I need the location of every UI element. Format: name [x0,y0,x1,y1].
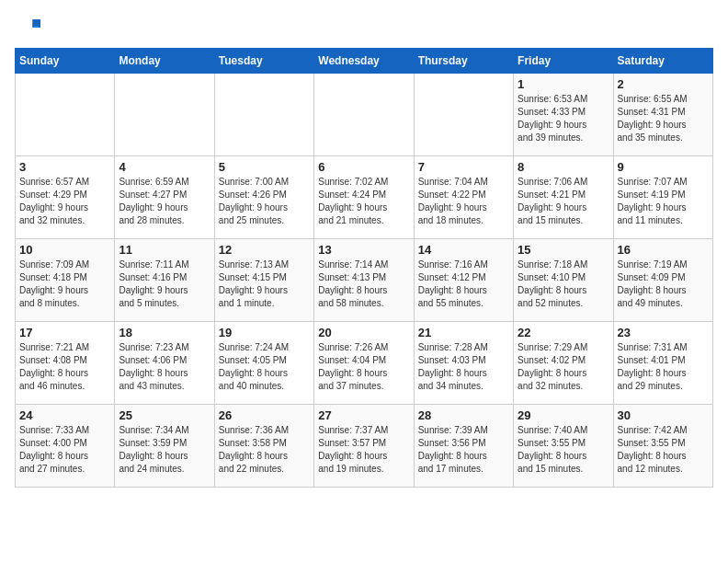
day-info: Sunrise: 6:53 AMSunset: 4:33 PMDaylight:… [518,93,609,144]
day-info: Sunrise: 7:39 AMSunset: 3:56 PMDaylight:… [418,424,509,476]
day-info: Sunrise: 7:37 AMSunset: 3:57 PMDaylight:… [318,424,409,476]
day-info: Sunrise: 7:04 AMSunset: 4:22 PMDaylight:… [418,176,509,227]
day-number: 10 [19,243,110,257]
day-number: 13 [318,243,409,257]
day-number: 11 [119,243,210,257]
calendar-cell: 8Sunrise: 7:06 AMSunset: 4:21 PMDaylight… [514,156,613,239]
calendar-cell [414,74,513,156]
calendar-cell: 10Sunrise: 7:09 AMSunset: 4:18 PMDayligh… [16,239,115,322]
day-number: 21 [418,326,509,339]
calendar-cell: 24Sunrise: 7:33 AMSunset: 4:00 PMDayligh… [16,405,115,488]
day-number: 29 [518,408,609,422]
day-number: 2 [618,77,709,91]
calendar-cell: 2Sunrise: 6:55 AMSunset: 4:31 PMDaylight… [613,74,712,156]
day-info: Sunrise: 7:13 AMSunset: 4:15 PMDaylight:… [219,259,310,310]
day-info: Sunrise: 7:09 AMSunset: 4:18 PMDaylight:… [19,259,110,310]
day-number: 25 [119,408,210,422]
week-row-0: 1Sunrise: 6:53 AMSunset: 4:33 PMDaylight… [16,74,713,156]
calendar-cell: 4Sunrise: 6:59 AMSunset: 4:27 PMDaylight… [115,156,214,239]
calendar-cell: 17Sunrise: 7:21 AMSunset: 4:08 PMDayligh… [16,322,115,405]
day-number: 23 [618,326,709,339]
day-number: 14 [418,243,509,257]
header-sunday: Sunday [16,49,115,74]
week-row-2: 10Sunrise: 7:09 AMSunset: 4:18 PMDayligh… [16,239,713,322]
calendar-cell: 29Sunrise: 7:40 AMSunset: 3:55 PMDayligh… [514,405,613,488]
calendar-cell: 21Sunrise: 7:28 AMSunset: 4:03 PMDayligh… [414,322,513,405]
day-number: 8 [518,160,609,174]
calendar-cell: 22Sunrise: 7:29 AMSunset: 4:02 PMDayligh… [514,322,613,405]
day-info: Sunrise: 7:34 AMSunset: 3:59 PMDaylight:… [119,424,210,476]
day-number: 1 [518,77,609,91]
day-info: Sunrise: 7:40 AMSunset: 3:55 PMDaylight:… [518,424,609,476]
day-number: 30 [618,408,709,422]
calendar-cell: 9Sunrise: 7:07 AMSunset: 4:19 PMDaylight… [613,156,712,239]
day-info: Sunrise: 7:06 AMSunset: 4:21 PMDaylight:… [518,176,609,227]
header-saturday: Saturday [613,49,712,74]
day-info: Sunrise: 7:14 AMSunset: 4:13 PMDaylight:… [318,259,409,310]
day-number: 12 [219,243,310,257]
day-number: 28 [418,408,509,422]
calendar-cell: 15Sunrise: 7:18 AMSunset: 4:10 PMDayligh… [514,239,613,322]
calendar-cell: 3Sunrise: 6:57 AMSunset: 4:29 PMDaylight… [16,156,115,239]
day-info: Sunrise: 6:55 AMSunset: 4:31 PMDaylight:… [618,93,709,144]
day-number: 24 [19,408,110,422]
day-info: Sunrise: 7:33 AMSunset: 4:00 PMDaylight:… [19,424,110,476]
day-info: Sunrise: 7:18 AMSunset: 4:10 PMDaylight:… [518,259,609,310]
day-number: 15 [518,243,609,257]
day-info: Sunrise: 7:19 AMSunset: 4:09 PMDaylight:… [618,259,709,310]
calendar-cell: 16Sunrise: 7:19 AMSunset: 4:09 PMDayligh… [613,239,712,322]
page-header [15,15,713,40]
day-number: 22 [518,326,609,339]
day-number: 18 [119,326,210,339]
day-number: 7 [418,160,509,174]
calendar-cell: 25Sunrise: 7:34 AMSunset: 3:59 PMDayligh… [115,405,214,488]
calendar-cell: 5Sunrise: 7:00 AMSunset: 4:26 PMDaylight… [214,156,313,239]
calendar-cell: 28Sunrise: 7:39 AMSunset: 3:56 PMDayligh… [414,405,513,488]
calendar-cell [214,74,313,156]
calendar-cell: 23Sunrise: 7:31 AMSunset: 4:01 PMDayligh… [613,322,712,405]
day-info: Sunrise: 7:36 AMSunset: 3:58 PMDaylight:… [219,424,310,476]
day-info: Sunrise: 7:31 AMSunset: 4:01 PMDaylight:… [618,341,709,393]
calendar-cell: 18Sunrise: 7:23 AMSunset: 4:06 PMDayligh… [115,322,214,405]
week-row-4: 24Sunrise: 7:33 AMSunset: 4:00 PMDayligh… [16,405,713,488]
calendar-cell: 30Sunrise: 7:42 AMSunset: 3:55 PMDayligh… [613,405,712,488]
week-row-3: 17Sunrise: 7:21 AMSunset: 4:08 PMDayligh… [16,322,713,405]
header-monday: Monday [115,49,214,74]
calendar-cell: 26Sunrise: 7:36 AMSunset: 3:58 PMDayligh… [214,405,313,488]
day-number: 17 [19,326,110,339]
day-number: 26 [219,408,310,422]
day-number: 19 [219,326,310,339]
calendar-cell: 13Sunrise: 7:14 AMSunset: 4:13 PMDayligh… [314,239,414,322]
header-thursday: Thursday [414,49,513,74]
day-info: Sunrise: 7:16 AMSunset: 4:12 PMDaylight:… [418,259,509,310]
day-number: 27 [318,408,409,422]
calendar-cell: 12Sunrise: 7:13 AMSunset: 4:15 PMDayligh… [214,239,313,322]
header-tuesday: Tuesday [214,49,313,74]
day-number: 4 [119,160,210,174]
calendar-table: SundayMondayTuesdayWednesdayThursdayFrid… [15,48,713,488]
logo [15,15,44,40]
header-wednesday: Wednesday [314,49,414,74]
calendar-cell [16,74,115,156]
day-info: Sunrise: 6:59 AMSunset: 4:27 PMDaylight:… [119,176,210,227]
day-info: Sunrise: 6:57 AMSunset: 4:29 PMDaylight:… [19,176,110,227]
day-number: 6 [318,160,409,174]
calendar-cell: 14Sunrise: 7:16 AMSunset: 4:12 PMDayligh… [414,239,513,322]
calendar-cell: 27Sunrise: 7:37 AMSunset: 3:57 PMDayligh… [314,405,414,488]
day-info: Sunrise: 7:02 AMSunset: 4:24 PMDaylight:… [318,176,409,227]
day-info: Sunrise: 7:11 AMSunset: 4:16 PMDaylight:… [119,259,210,310]
calendar-cell: 6Sunrise: 7:02 AMSunset: 4:24 PMDaylight… [314,156,414,239]
calendar-cell: 7Sunrise: 7:04 AMSunset: 4:22 PMDaylight… [414,156,513,239]
day-info: Sunrise: 7:29 AMSunset: 4:02 PMDaylight:… [518,341,609,393]
day-info: Sunrise: 7:28 AMSunset: 4:03 PMDaylight:… [418,341,509,393]
day-info: Sunrise: 7:07 AMSunset: 4:19 PMDaylight:… [618,176,709,227]
calendar-cell [115,74,214,156]
day-info: Sunrise: 7:21 AMSunset: 4:08 PMDaylight:… [19,341,110,393]
calendar-header-row: SundayMondayTuesdayWednesdayThursdayFrid… [16,49,713,74]
day-number: 16 [618,243,709,257]
day-info: Sunrise: 7:24 AMSunset: 4:05 PMDaylight:… [219,341,310,393]
calendar-cell: 1Sunrise: 6:53 AMSunset: 4:33 PMDaylight… [514,74,613,156]
day-info: Sunrise: 7:42 AMSunset: 3:55 PMDaylight:… [618,424,709,476]
week-row-1: 3Sunrise: 6:57 AMSunset: 4:29 PMDaylight… [16,156,713,239]
calendar-cell: 20Sunrise: 7:26 AMSunset: 4:04 PMDayligh… [314,322,414,405]
